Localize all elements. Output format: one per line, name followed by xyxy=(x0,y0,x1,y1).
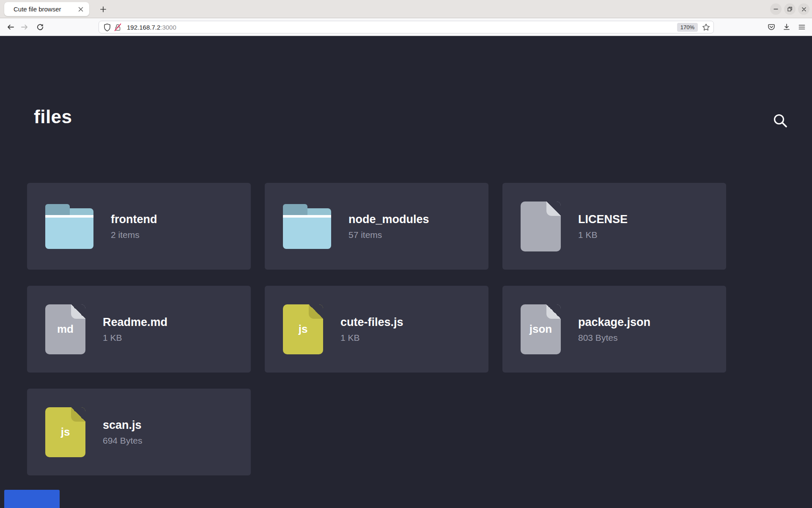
icon-slot: json xyxy=(521,304,561,354)
minimize-button[interactable] xyxy=(770,3,782,15)
file-icon: json xyxy=(521,304,561,354)
file-type-badge: js xyxy=(61,425,70,439)
url-bar[interactable]: 192.168.7.2:3000 170% xyxy=(99,21,714,33)
file-type-badge: json xyxy=(529,323,552,336)
folder-icon xyxy=(45,204,93,249)
zoom-level-badge[interactable]: 170% xyxy=(677,23,698,32)
file-card[interactable]: md Readme.md 1 KB xyxy=(27,286,251,373)
file-type-badge: md xyxy=(57,323,74,336)
new-tab-button[interactable] xyxy=(97,3,110,15)
file-name: frontend xyxy=(111,213,157,226)
tab-close-icon[interactable] xyxy=(76,5,85,14)
folder-icon xyxy=(283,204,331,249)
downloads-button[interactable] xyxy=(779,20,794,34)
browser-tab[interactable]: Cute file browser xyxy=(4,2,89,16)
icon-slot xyxy=(521,202,561,251)
shield-icon[interactable] xyxy=(103,23,111,31)
file-meta: 803 Bytes xyxy=(578,333,650,343)
toolbar-right-icons xyxy=(764,20,809,34)
file-type-badge: js xyxy=(299,323,308,336)
file-name: LICENSE xyxy=(578,213,628,226)
bookmark-star-icon[interactable] xyxy=(702,23,710,31)
file-card[interactable]: js scan.js 694 Bytes xyxy=(27,389,251,475)
icon-slot xyxy=(283,204,331,249)
file-meta: 57 items xyxy=(348,230,429,240)
file-icon: js xyxy=(45,407,85,457)
bottom-left-blue-box xyxy=(4,490,60,508)
file-name: cute-files.js xyxy=(340,316,403,329)
navigation-toolbar: 192.168.7.2:3000 170% xyxy=(0,18,812,36)
browser-window: Cute file browser xyxy=(0,0,812,508)
menu-button[interactable] xyxy=(794,20,809,34)
url-port: :3000 xyxy=(160,24,176,31)
file-meta: 1 KB xyxy=(103,333,167,343)
pocket-icon[interactable] xyxy=(764,20,779,34)
forward-button[interactable] xyxy=(17,20,32,34)
page-title: files xyxy=(34,106,72,127)
tab-bar: Cute file browser xyxy=(0,0,812,18)
file-meta: 1 KB xyxy=(340,333,403,343)
search-button[interactable] xyxy=(771,111,790,131)
icon-slot: md xyxy=(45,304,85,354)
url-host: 192.168.7.2 xyxy=(127,24,160,31)
file-icon xyxy=(521,202,561,251)
icon-slot: js xyxy=(45,407,85,457)
tab-title: Cute file browser xyxy=(14,6,76,13)
file-card[interactable]: node_modules 57 items xyxy=(265,183,488,270)
file-icon: md xyxy=(45,304,85,354)
insecure-lock-icon[interactable] xyxy=(114,23,122,31)
file-card[interactable]: LICENSE 1 KB xyxy=(502,183,726,270)
file-icon: js xyxy=(283,304,323,354)
file-name: node_modules xyxy=(348,213,429,226)
file-card[interactable]: js cute-files.js 1 KB xyxy=(265,286,488,373)
icon-slot xyxy=(45,204,93,249)
file-name: Readme.md xyxy=(103,316,167,329)
close-button[interactable] xyxy=(798,3,809,15)
window-controls xyxy=(770,3,809,15)
file-meta: 1 KB xyxy=(578,230,628,240)
page-content: files frontend 2 items node_modules 57 i… xyxy=(0,36,812,508)
icon-slot: js xyxy=(283,304,323,354)
file-meta: 694 Bytes xyxy=(103,436,142,446)
file-name: scan.js xyxy=(103,419,142,432)
file-card[interactable]: json package.json 803 Bytes xyxy=(502,286,726,373)
restore-button[interactable] xyxy=(784,3,796,15)
file-card[interactable]: frontend 2 items xyxy=(27,183,251,270)
file-meta: 2 items xyxy=(111,230,157,240)
search-icon xyxy=(771,111,790,131)
file-name: package.json xyxy=(578,316,650,329)
back-button[interactable] xyxy=(3,20,18,34)
file-grid: frontend 2 items node_modules 57 items L… xyxy=(27,183,726,475)
reload-button[interactable] xyxy=(33,20,48,34)
